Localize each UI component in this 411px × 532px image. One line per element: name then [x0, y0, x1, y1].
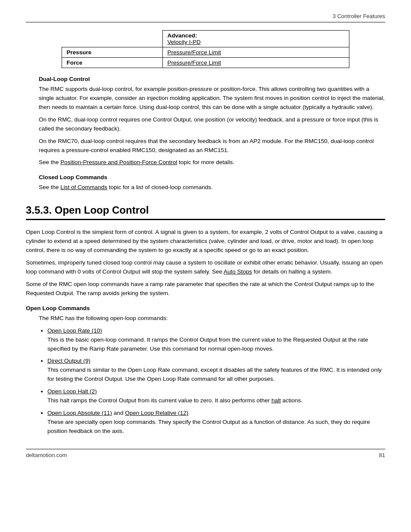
open-loop-para-2: Sometimes, improperly tuned closed loop …: [26, 258, 385, 277]
dual-loop-para-1: The RMC supports dual-loop control, for …: [39, 85, 385, 112]
list-item: Direct Output (9) This command is simila…: [47, 357, 385, 384]
open-loop-relative-link[interactable]: Open Loop Relative (12): [125, 410, 188, 416]
open-loop-rate-desc: This is the basic open-loop command. It …: [47, 336, 368, 352]
open-loop-commands-list: Open Loop Rate (10) This is the basic op…: [47, 327, 385, 436]
open-loop-commands-heading: Open Loop Commands: [26, 305, 385, 311]
open-loop-para-1: Open Loop Control is the simplest form o…: [26, 228, 385, 255]
footer-right: 81: [379, 452, 385, 458]
list-item: Open Loop Rate (10) This is the basic op…: [47, 327, 385, 354]
position-pressure-link[interactable]: Position-Pressure and Position-Force Con…: [60, 159, 177, 165]
open-loop-absolute-desc: These are specialty open loop commands. …: [47, 419, 370, 434]
table-row: Advanced: Velocity I-PD: [62, 31, 349, 47]
open-loop-para-3: Some of the RMC open loop commands have …: [26, 280, 385, 298]
open-loop-halt-desc: This halt ramps the Control Output from …: [47, 397, 302, 404]
header-text: 3 Controller Features: [333, 13, 385, 19]
open-loop-commands-intro: The RMC has the following open-loop comm…: [39, 314, 385, 323]
table-cell-advanced: Advanced: Velocity I-PD: [163, 31, 349, 47]
table-cell-empty: [62, 31, 163, 47]
halt-link[interactable]: halt: [271, 397, 281, 404]
auto-stops-link[interactable]: Auto Stops: [224, 268, 252, 275]
dual-loop-para-2: On the RMC, dual-loop control requires o…: [39, 115, 385, 134]
table-cell-force-label: Force: [62, 58, 163, 68]
closed-loop-text: See the List of Commands topic for a lis…: [39, 183, 385, 192]
advanced-label: Advanced:: [167, 32, 197, 39]
open-loop-halt-link[interactable]: Open Loop Halt (2): [47, 388, 97, 395]
page-header: 3 Controller Features: [26, 13, 385, 22]
table-cell-force-value: Pressure/Force Limit: [163, 58, 349, 68]
closed-loop-heading: Closed Loop Commands: [39, 174, 385, 180]
dual-loop-para-3: On the RMC70, dual-loop control requires…: [39, 137, 385, 155]
list-item: Open Loop Absolute (11) and Open Loop Re…: [47, 409, 385, 436]
table-row: Force Pressure/Force Limit: [62, 58, 349, 68]
feature-table: Advanced: Velocity I-PD Pressure Pressur…: [62, 30, 349, 68]
table-row: Pressure Pressure/Force Limit: [62, 47, 349, 58]
pressure-force-link-2[interactable]: Pressure/Force Limit: [167, 59, 221, 66]
page-footer: deltamotion.com 81: [26, 449, 385, 458]
footer-left: deltamotion.com: [26, 452, 67, 458]
table-cell-pressure-value: Pressure/Force Limit: [163, 47, 349, 58]
pressure-force-link-1[interactable]: Pressure/Force Limit: [167, 49, 221, 56]
list-item: Open Loop Halt (2) This halt ramps the C…: [47, 387, 385, 405]
direct-output-link[interactable]: Direct Output (9): [47, 358, 90, 364]
and-text: and: [112, 410, 125, 416]
direct-output-desc: This command is similar to the Open Loop…: [47, 367, 382, 382]
open-loop-chapter-heading: 3.5.3. Open Loop Control: [26, 204, 385, 220]
dual-loop-para-4: See the Position-Pressure and Position-F…: [39, 158, 385, 167]
list-of-commands-link[interactable]: List of Commands: [60, 184, 107, 190]
open-loop-absolute-link[interactable]: Open Loop Absolute (11): [47, 410, 112, 416]
open-loop-rate-link[interactable]: Open Loop Rate (10): [47, 327, 102, 334]
dual-loop-heading: Dual-Loop Control: [39, 76, 385, 82]
velocity-ipd-link[interactable]: Velocity I-PD: [167, 39, 200, 45]
table-cell-pressure-label: Pressure: [62, 47, 163, 58]
